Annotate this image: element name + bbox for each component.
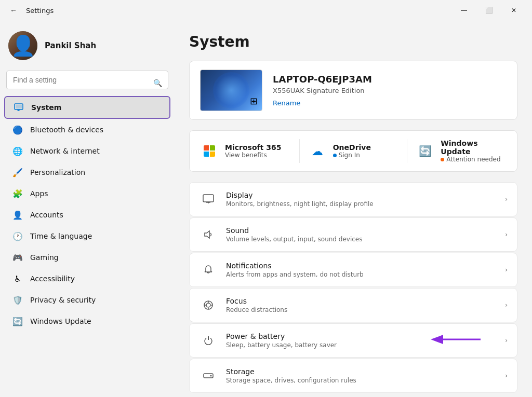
sidebar-item-label-accounts: Accounts <box>30 211 63 219</box>
titlebar-left: ← Settings <box>6 3 54 18</box>
notifications-title: Notifications <box>226 262 505 270</box>
rename-link[interactable]: Rename <box>273 99 300 107</box>
display-chevron: › <box>505 196 508 203</box>
svg-marker-7 <box>205 231 209 238</box>
sidebar-item-label-bluetooth: Bluetooth & devices <box>30 126 103 134</box>
setting-row-display[interactable]: Display Monitors, brightness, night ligh… <box>189 182 517 216</box>
sidebar-item-update[interactable]: 🔄 Windows Update <box>4 311 170 332</box>
winupdate-title: Windows Update <box>441 139 507 156</box>
page-title: System <box>189 33 517 50</box>
device-model: X556UAK Signature Edition <box>273 87 372 94</box>
sound-chevron: › <box>505 231 508 238</box>
notifications-chevron: › <box>505 266 508 273</box>
focus-icon <box>199 296 218 314</box>
bluetooth-icon: 🔵 <box>12 125 23 135</box>
sidebar-item-label-gaming: Gaming <box>30 253 59 262</box>
sidebar-item-label-system: System <box>31 103 61 112</box>
setting-row-storage[interactable]: Storage Storage space, drives, configura… <box>189 359 517 393</box>
focus-text: Focus Reduce distractions <box>226 297 505 313</box>
user-profile[interactable]: Pankil Shah <box>0 25 175 71</box>
notifications-text: Notifications Alerts from apps and syste… <box>226 262 505 278</box>
onedrive-title: OneDrive <box>333 143 371 152</box>
sidebar-item-apps[interactable]: 🧩 Apps <box>4 183 170 204</box>
storage-title: Storage <box>226 367 505 376</box>
gaming-icon: 🎮 <box>12 252 23 263</box>
ms365-icon <box>200 142 219 160</box>
ms365-action[interactable]: Microsoft 365 View benefits <box>200 139 291 163</box>
power-title: Power & battery <box>226 332 505 340</box>
winupdate-action[interactable]: 🔄 Windows Update Attention needed <box>407 139 507 163</box>
sidebar-item-time[interactable]: 🕐 Time & language <box>4 226 170 247</box>
svg-point-17 <box>210 375 212 377</box>
nav-list: System 🔵 Bluetooth & devices 🌐 Network &… <box>0 95 175 332</box>
settings-list: Display Monitors, brightness, night ligh… <box>189 182 517 393</box>
setting-row-notifications[interactable]: Notifications Alerts from apps and syste… <box>189 253 517 287</box>
sidebar-item-label-apps: Apps <box>30 189 48 198</box>
setting-row-focus[interactable]: Focus Reduce distractions › <box>189 288 517 322</box>
search-container: 🔍 <box>0 71 175 95</box>
svg-point-9 <box>206 303 210 307</box>
ms365-text: Microsoft 365 View benefits <box>225 143 281 159</box>
sidebar-item-gaming[interactable]: 🎮 Gaming <box>4 247 170 268</box>
ms365-title: Microsoft 365 <box>225 143 281 152</box>
sound-desc: Volume levels, output, input, sound devi… <box>226 236 505 243</box>
sidebar-item-bluetooth[interactable]: 🔵 Bluetooth & devices <box>4 119 170 140</box>
sidebar-item-label-network: Network & internet <box>30 147 100 155</box>
apps-icon: 🧩 <box>12 188 23 199</box>
minimize-button[interactable]: — <box>452 2 476 19</box>
device-card: ⊞ LAPTOP-Q6EJP3AM X556UAK Signature Edit… <box>189 61 517 120</box>
search-input[interactable] <box>6 71 168 89</box>
accessibility-icon: ♿ <box>12 273 23 284</box>
quick-actions: Microsoft 365 View benefits ☁ OneDrive S… <box>189 130 517 172</box>
main-content: System ⊞ LAPTOP-Q6EJP3AM X556UAK Signatu… <box>175 21 532 397</box>
titlebar-title: Settings <box>26 7 54 15</box>
focus-chevron: › <box>505 302 508 309</box>
accounts-icon: 👤 <box>12 210 23 220</box>
display-title: Display <box>226 191 505 199</box>
winupdate-icon: 🔄 <box>416 142 434 160</box>
display-icon <box>199 190 218 209</box>
device-info: LAPTOP-Q6EJP3AM X556UAK Signature Editio… <box>273 74 372 107</box>
sidebar-item-accounts[interactable]: 👤 Accounts <box>4 204 170 225</box>
setting-row-sound[interactable]: Sound Volume levels, output, input, soun… <box>189 217 517 252</box>
display-desc: Monitors, brightness, night light, displ… <box>226 200 505 208</box>
time-icon: 🕐 <box>12 231 23 241</box>
sidebar-item-network[interactable]: 🌐 Network & internet <box>4 141 170 161</box>
onedrive-text: OneDrive Sign In <box>333 143 371 159</box>
maximize-button[interactable]: ⬜ <box>477 2 501 19</box>
svg-rect-4 <box>203 195 214 202</box>
onedrive-icon: ☁ <box>308 142 327 160</box>
sidebar-item-accessibility[interactable]: ♿ Accessibility <box>4 268 170 289</box>
storage-desc: Storage space, drives, configuration rul… <box>226 377 505 384</box>
update-icon: 🔄 <box>12 316 23 326</box>
onedrive-action[interactable]: ☁ OneDrive Sign In <box>299 139 399 163</box>
device-name: LAPTOP-Q6EJP3AM <box>273 74 372 85</box>
system-icon <box>14 102 24 113</box>
sidebar-item-system[interactable]: System <box>4 96 170 119</box>
display-text: Display Monitors, brightness, night ligh… <box>226 191 505 208</box>
storage-chevron: › <box>505 372 508 379</box>
setting-row-power[interactable]: Power & battery Sleep, battery usage, ba… <box>189 323 517 358</box>
sidebar-item-personalization[interactable]: 🖌️ Personalization <box>4 162 170 183</box>
close-button[interactable]: ✕ <box>502 2 526 19</box>
focus-title: Focus <box>226 297 505 305</box>
device-thumbnail: ⊞ <box>200 70 262 111</box>
sidebar-item-label-accessibility: Accessibility <box>30 275 75 283</box>
sidebar-item-label-personalization: Personalization <box>30 168 85 176</box>
sound-icon <box>199 225 218 244</box>
power-desc: Sleep, battery usage, battery saver <box>226 341 505 349</box>
sidebar-item-privacy[interactable]: 🛡️ Privacy & security <box>4 290 170 310</box>
sidebar-item-label-update: Windows Update <box>30 317 91 325</box>
storage-text: Storage Storage space, drives, configura… <box>226 367 505 384</box>
back-button[interactable]: ← <box>6 3 21 18</box>
sound-text: Sound Volume levels, output, input, soun… <box>226 226 505 243</box>
svg-rect-1 <box>16 105 22 108</box>
notifications-desc: Alerts from apps and system, do not dist… <box>226 271 505 278</box>
titlebar: ← Settings — ⬜ ✕ <box>0 0 532 21</box>
storage-icon <box>199 366 218 385</box>
power-icon <box>199 331 218 350</box>
avatar <box>8 31 37 60</box>
sidebar: Pankil Shah 🔍 System 🔵 Bluetooth & devic… <box>0 21 175 397</box>
notifications-icon <box>199 261 218 279</box>
power-text: Power & battery Sleep, battery usage, ba… <box>226 332 505 349</box>
